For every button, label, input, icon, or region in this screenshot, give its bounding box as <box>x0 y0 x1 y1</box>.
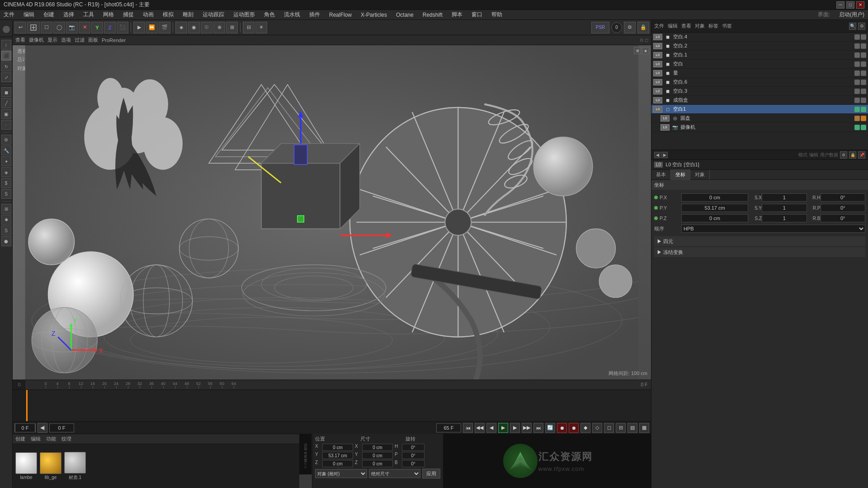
rp-tab-object[interactable]: 对象 <box>695 23 705 29</box>
obj-row-empty2[interactable]: L0 ◼ 空白.2 <box>651 42 868 51</box>
rot-p-input[interactable] <box>402 452 425 459</box>
point-mode[interactable]: · <box>1 120 11 130</box>
size-z-input[interactable] <box>362 460 393 467</box>
menu-tools[interactable]: 工具 <box>81 10 96 19</box>
rp-tab-view[interactable]: 查看 <box>681 23 691 29</box>
mat-item-2[interactable]: lib_ge <box>40 452 61 480</box>
vp-display[interactable]: 显示 <box>47 37 57 43</box>
tb-render2[interactable]: ⏩ <box>146 22 158 33</box>
rh-input[interactable] <box>821 193 866 202</box>
tc-go-start[interactable]: ⏮ <box>463 423 473 433</box>
size-y-input[interactable] <box>362 452 393 459</box>
mat-create[interactable]: 创建 <box>15 436 25 442</box>
tb-display5[interactable]: ⊞ <box>226 22 238 33</box>
minimize-button[interactable]: ─ <box>836 1 844 9</box>
menu-motiontrack[interactable]: 运动跟踪 <box>201 10 226 19</box>
menu-select[interactable]: 选择 <box>61 10 76 19</box>
tb-render[interactable]: ▶ <box>133 22 145 33</box>
tb-display3[interactable]: ☉ <box>201 22 212 33</box>
filter-icon[interactable]: ⚙ <box>858 23 865 30</box>
menu-mograph[interactable]: 运动图形 <box>231 10 257 19</box>
obj-row-empty3[interactable]: L0 ◼ 空白.3 <box>651 87 868 96</box>
obj-row-blank1[interactable]: L0 ◻ 空白1 <box>651 105 868 114</box>
attr-lock-icon[interactable]: 🔒 <box>849 151 856 159</box>
poly-mode[interactable]: ▣ <box>1 109 11 119</box>
tool9[interactable]: $ <box>1 178 11 188</box>
tb-z[interactable]: Z <box>104 22 116 33</box>
vp-view[interactable]: 查看 <box>15 37 25 43</box>
menu-octane[interactable]: Octane <box>394 11 415 19</box>
rp-input[interactable] <box>821 204 866 212</box>
freeze-header[interactable]: ▶ 冻结变换 <box>654 247 865 257</box>
obj-row-disc[interactable]: L0 ◎ 圆盘 <box>651 114 868 123</box>
tc-prev-frame[interactable]: ◀ <box>486 423 496 433</box>
tc-rec[interactable]: ⏺ <box>557 423 567 433</box>
attr-settings-icon[interactable]: ⚙ <box>840 151 847 159</box>
menu-mesh[interactable]: 网格 <box>101 10 116 19</box>
mode-tab-basic[interactable]: 基本 <box>651 169 671 180</box>
tc-key5[interactable]: ▦ <box>639 423 649 433</box>
tc-key3[interactable]: ⊟ <box>616 423 626 433</box>
tb-grid[interactable]: ⊟ <box>243 22 255 33</box>
tool5[interactable]: ⚙ <box>1 135 11 145</box>
menu-character[interactable]: 角色 <box>262 10 277 19</box>
pos-z-input[interactable] <box>322 460 353 467</box>
coord-section-header[interactable]: 坐标 <box>651 180 868 190</box>
tb-display2[interactable]: ◉ <box>188 22 200 33</box>
obj-row-camera[interactable]: L0 📷 摄像机 <box>651 123 868 132</box>
mat-edit[interactable]: 编辑 <box>31 436 41 442</box>
tool12[interactable]: ✱ <box>1 215 11 225</box>
tb-display1[interactable]: ◈ <box>175 22 187 33</box>
tb-render-region[interactable]: ⬛ <box>117 22 128 33</box>
select-tool[interactable]: ⬛ <box>1 51 11 61</box>
tc-next-frame[interactable]: ▶ <box>510 423 520 433</box>
tc-key2[interactable]: ◻ <box>604 423 614 433</box>
object-mode-select[interactable]: 对象 (相对) <box>315 469 367 478</box>
mode-tab-object[interactable]: 对象 <box>690 169 710 180</box>
tb-display4[interactable]: ⊕ <box>213 22 225 33</box>
undo-button[interactable]: ↩ <box>14 22 26 33</box>
attr-pin-icon[interactable]: 📌 <box>858 151 865 159</box>
rb-input[interactable] <box>821 214 866 222</box>
move-tool[interactable]: ↕ <box>1 40 11 50</box>
rp-tab-file[interactable]: 文件 <box>654 23 664 29</box>
menu-window[interactable]: 窗口 <box>470 10 484 19</box>
rot-b-input[interactable] <box>402 460 425 467</box>
pos-x-input[interactable] <box>322 444 353 451</box>
mat-item-3[interactable]: 材质.1 <box>64 452 86 481</box>
menu-help[interactable]: 帮助 <box>490 10 504 19</box>
obj-row-empty[interactable]: L0 ◼ 空白 <box>651 60 868 69</box>
attr-nav-next[interactable]: ▶ <box>661 152 668 158</box>
obj-row-box[interactable]: L0 ◼ 成指盒 <box>651 96 868 105</box>
close-button[interactable]: ✕ <box>856 1 864 9</box>
tool8[interactable]: ◈ <box>1 167 11 177</box>
object-mode[interactable]: ◼ <box>1 87 11 97</box>
tool6[interactable]: 🔧 <box>1 145 11 155</box>
vp-panel[interactable]: 面板 <box>88 37 98 43</box>
apply-button[interactable]: 应用 <box>422 469 440 479</box>
order-select[interactable]: HPB <box>681 225 865 233</box>
scale-tool[interactable]: ⤢ <box>1 72 11 82</box>
quaternion-header[interactable]: ▶ 四元 <box>654 236 865 246</box>
tc-next[interactable]: ▶▶ <box>522 423 532 433</box>
tb-light[interactable]: ☀ <box>255 22 267 33</box>
tool14[interactable]: ⬟ <box>1 236 11 246</box>
rp-tab-edit[interactable]: 编辑 <box>668 23 678 29</box>
obj-row-empty6[interactable]: L0 ◼ 空白.6 <box>651 78 868 87</box>
tc-play[interactable]: ▶ <box>498 423 508 433</box>
menu-sculpt[interactable]: 雕刻 <box>181 10 195 19</box>
menu-snap[interactable]: 捕捉 <box>121 10 136 19</box>
tb-box[interactable]: ☐ <box>41 22 52 33</box>
tool7[interactable]: ✦ <box>1 156 11 166</box>
rot-h-input[interactable] <box>402 444 425 451</box>
sy-input[interactable] <box>762 204 807 212</box>
tool11[interactable]: ⊞ <box>1 204 11 214</box>
size-mode-select[interactable]: 绝对尺寸 <box>369 469 421 478</box>
tb-y[interactable]: Y <box>91 22 103 33</box>
tc-go-end[interactable]: ⏭ <box>533 423 543 433</box>
tc-motion[interactable]: ◆ <box>580 423 590 433</box>
vp-prorender[interactable]: ProRender <box>102 38 126 43</box>
maximize-button[interactable]: □ <box>846 1 854 9</box>
end-frame-input[interactable] <box>436 423 461 432</box>
vp-camera[interactable]: 摄像机 <box>29 37 44 43</box>
